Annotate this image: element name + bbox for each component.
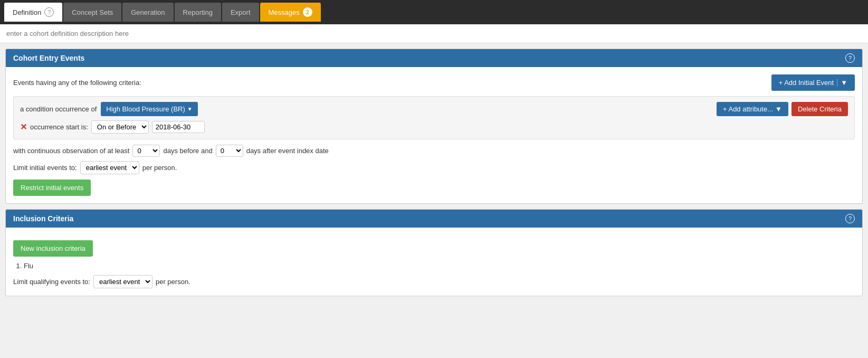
tab-export-label: Export [231, 8, 251, 16]
restrict-label: Restrict initial events [21, 184, 83, 192]
obs-prefix: with continuous observation of at least [13, 147, 129, 155]
criteria-main-row: a condition occurrence of High Blood Pre… [20, 102, 848, 116]
limit-qualifying-prefix: Limit qualifying events to: [13, 278, 90, 286]
inclusion-list: Flu [13, 262, 855, 270]
add-initial-dropdown-arrow[interactable]: ▼ [837, 79, 847, 87]
add-attribute-caret-icon: ▼ [775, 105, 782, 113]
tab-definition[interactable]: Definition ? [4, 3, 62, 22]
tab-concept-sets[interactable]: Concept Sets [63, 3, 121, 22]
tab-concept-sets-label: Concept Sets [72, 8, 113, 16]
condition-text: a condition occurrence of [20, 105, 97, 113]
tab-generation[interactable]: Generation [122, 3, 173, 22]
definition-help-icon[interactable]: ? [44, 7, 54, 17]
description-input[interactable] [6, 30, 862, 37]
observation-row: with continuous observation of at least … [13, 145, 855, 157]
tab-bar: Definition ? Concept Sets Generation Rep… [0, 0, 868, 24]
inclusion-item-0: Flu [24, 262, 33, 270]
inclusion-criteria-header: Inclusion Criteria ? [6, 210, 862, 228]
cohort-entry-help-icon[interactable]: ? [845, 53, 855, 63]
inclusion-criteria-panel: Inclusion Criteria ? New inclusion crite… [5, 209, 863, 296]
tab-reporting[interactable]: Reporting [175, 3, 221, 22]
events-top-row: Events having any of the following crite… [13, 74, 855, 91]
add-attribute-label: + Add attribute... [723, 105, 773, 113]
limit-qualifying-select[interactable]: earliest event latest event all events [93, 275, 152, 288]
attribute-label: occurrence start is: [30, 123, 88, 131]
messages-badge: 2 [303, 7, 312, 17]
limit-initial-select[interactable]: earliest event latest event all events [80, 161, 139, 174]
add-initial-label: + Add Initial Event [779, 79, 834, 87]
limit-qualifying-suffix: per person. [156, 278, 190, 286]
cohort-entry-panel: Cohort Entry Events ? Events having any … [5, 49, 863, 204]
tab-messages-label: Messages [269, 8, 300, 16]
attribute-row: ✕ occurrence start is: On or Before On o… [20, 120, 848, 134]
cohort-entry-header: Cohort Entry Events ? [6, 49, 862, 67]
remove-attribute-button[interactable]: ✕ [20, 122, 27, 132]
days-before-select[interactable]: 013090180365 [132, 145, 160, 157]
criteria-left: a condition occurrence of High Blood Pre… [20, 102, 198, 116]
concept-set-button[interactable]: High Blood Pressure (BR) ▼ [101, 102, 197, 116]
days-after-select[interactable]: 013090180365 [216, 145, 243, 157]
attribute-operator-select[interactable]: On or Before On or After On [91, 120, 149, 134]
criteria-actions: + Add attribute... ▼ Delete Criteria [717, 102, 848, 116]
obs-suffix: days after event index date [246, 147, 329, 155]
limit-initial-row: Limit initial events to: earliest event … [13, 161, 855, 174]
limit-suffix: per person. [142, 164, 177, 172]
description-bar [0, 24, 868, 43]
list-item: Flu [24, 262, 855, 270]
concept-label: High Blood Pressure (BR) [106, 105, 185, 113]
cohort-entry-title: Cohort Entry Events [13, 54, 84, 62]
add-initial-event-button[interactable]: + Add Initial Event ▼ [771, 74, 855, 91]
tab-definition-label: Definition [13, 8, 41, 16]
inclusion-criteria-body: New inclusion criteria Flu Limit qualify… [6, 228, 862, 296]
restrict-initial-events-button[interactable]: Restrict initial events [13, 180, 91, 196]
tab-reporting-label: Reporting [183, 8, 213, 16]
delete-criteria-label: Delete Criteria [798, 105, 842, 113]
criteria-intro-text: Events having any of the following crite… [13, 79, 141, 87]
limit-qualifying-row: Limit qualifying events to: earliest eve… [13, 275, 855, 288]
inclusion-criteria-title: Inclusion Criteria [13, 214, 73, 223]
obs-middle: days before and [163, 147, 212, 155]
criteria-box: a condition occurrence of High Blood Pre… [13, 96, 855, 139]
new-inclusion-label: New inclusion criteria [21, 244, 85, 252]
attribute-date-input[interactable] [152, 121, 205, 133]
cohort-entry-body: Events having any of the following crite… [6, 67, 862, 203]
add-attribute-button[interactable]: + Add attribute... ▼ [717, 102, 788, 116]
inclusion-criteria-help-icon[interactable]: ? [845, 214, 855, 223]
limit-prefix: Limit initial events to: [13, 164, 77, 172]
delete-criteria-button[interactable]: Delete Criteria [791, 102, 848, 116]
new-inclusion-criteria-button[interactable]: New inclusion criteria [13, 240, 93, 257]
concept-caret-icon: ▼ [187, 106, 193, 112]
tab-export[interactable]: Export [222, 3, 259, 22]
tab-messages[interactable]: Messages 2 [260, 3, 321, 22]
tab-generation-label: Generation [131, 8, 165, 16]
